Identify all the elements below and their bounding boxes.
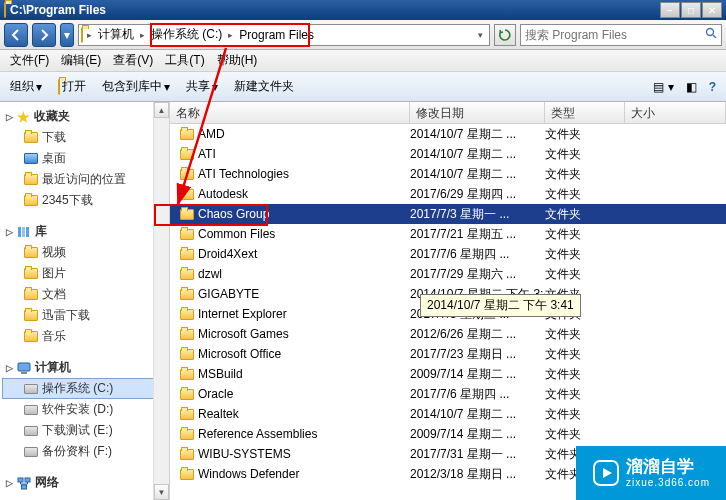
chevron-right-icon[interactable]: ▸ bbox=[226, 30, 235, 40]
scroll-down-icon[interactable]: ▼ bbox=[154, 484, 169, 500]
file-name: Microsoft Office bbox=[198, 347, 281, 361]
network-label: 网络 bbox=[35, 474, 59, 491]
collapse-icon[interactable]: ▷ bbox=[6, 478, 13, 488]
file-name: Windows Defender bbox=[198, 467, 299, 481]
maximize-button[interactable]: □ bbox=[681, 2, 701, 18]
table-row[interactable]: Autodesk2017/6/29 星期四 ...文件夹 bbox=[170, 184, 726, 204]
table-row[interactable]: dzwl2017/7/29 星期六 ...文件夹 bbox=[170, 264, 726, 284]
help-button[interactable]: ? bbox=[705, 78, 720, 96]
history-dropdown[interactable]: ▾ bbox=[60, 23, 74, 47]
file-type: 文件夹 bbox=[545, 266, 625, 283]
sidebar-item-drive-f[interactable]: 备份资料 (F:) bbox=[2, 441, 167, 462]
table-row[interactable]: Microsoft Games2012/6/26 星期二 ...文件夹 bbox=[170, 324, 726, 344]
search-input[interactable] bbox=[525, 28, 705, 42]
search-box[interactable] bbox=[520, 24, 722, 46]
breadcrumb-folder[interactable]: Program Files bbox=[235, 25, 318, 45]
table-row[interactable]: Oracle2017/7/6 星期四 ...文件夹 bbox=[170, 384, 726, 404]
back-button[interactable] bbox=[4, 23, 28, 47]
table-row[interactable]: ATI2014/10/7 星期二 ...文件夹 bbox=[170, 144, 726, 164]
table-row[interactable]: MSBuild2009/7/14 星期二 ...文件夹 bbox=[170, 364, 726, 384]
sidebar-computer-header[interactable]: ▷ 计算机 bbox=[2, 357, 167, 378]
drive-icon bbox=[24, 405, 38, 415]
column-date[interactable]: 修改日期 bbox=[410, 102, 545, 123]
address-dropdown-icon[interactable]: ▾ bbox=[472, 30, 489, 40]
sidebar-item-music[interactable]: 音乐 bbox=[2, 326, 167, 347]
menu-view[interactable]: 查看(V) bbox=[107, 52, 159, 69]
file-date: 2014/10/7 星期二 ... bbox=[410, 406, 545, 423]
file-list[interactable]: AMD2014/10/7 星期二 ...文件夹ATI2014/10/7 星期二 … bbox=[170, 124, 726, 500]
file-type: 文件夹 bbox=[545, 146, 625, 163]
table-row[interactable]: ATI Technologies2014/10/7 星期二 ...文件夹 bbox=[170, 164, 726, 184]
table-row[interactable]: Realtek2014/10/7 星期二 ...文件夹 bbox=[170, 404, 726, 424]
file-name: MSBuild bbox=[198, 367, 243, 381]
sidebar-favorites-header[interactable]: ▷ ★ 收藏夹 bbox=[2, 106, 167, 127]
sidebar-item-drive-d[interactable]: 软件安装 (D:) bbox=[2, 399, 167, 420]
file-date: 2009/7/14 星期二 ... bbox=[410, 366, 545, 383]
sidebar-item-desktop[interactable]: 桌面 bbox=[2, 148, 167, 169]
file-date: 2014/10/7 星期二 ... bbox=[410, 146, 545, 163]
preview-pane-button[interactable]: ◧ bbox=[682, 78, 701, 96]
file-name: Autodesk bbox=[198, 187, 248, 201]
menu-tools[interactable]: 工具(T) bbox=[159, 52, 210, 69]
folder-icon bbox=[180, 309, 194, 320]
table-row[interactable]: Reference Assemblies2009/7/14 星期二 ...文件夹 bbox=[170, 424, 726, 444]
window-title: C:\Program Files bbox=[10, 3, 660, 17]
forward-button[interactable] bbox=[32, 23, 56, 47]
breadcrumb-drive[interactable]: 操作系统 (C:) bbox=[147, 25, 226, 45]
column-size[interactable]: 大小 bbox=[625, 102, 726, 123]
collapse-icon[interactable]: ▷ bbox=[6, 227, 13, 237]
organize-button[interactable]: 组织 ▾ bbox=[6, 76, 46, 97]
table-row[interactable]: Droid4Xext2017/7/6 星期四 ...文件夹 bbox=[170, 244, 726, 264]
star-icon: ★ bbox=[17, 109, 30, 125]
open-button[interactable]: 打开 bbox=[54, 76, 90, 97]
sidebar-item-xunlei[interactable]: 迅雷下载 bbox=[2, 305, 167, 326]
sidebar-item-2345[interactable]: 2345下载 bbox=[2, 190, 167, 211]
newfolder-button[interactable]: 新建文件夹 bbox=[230, 76, 298, 97]
close-button[interactable]: ✕ bbox=[702, 2, 722, 18]
breadcrumb-computer[interactable]: 计算机 bbox=[94, 25, 138, 45]
file-type: 文件夹 bbox=[545, 226, 625, 243]
folder-icon bbox=[24, 310, 38, 321]
folder-icon bbox=[180, 329, 194, 340]
address-bar[interactable]: ▸ 计算机 ▸ 操作系统 (C:) ▸ Program Files ▾ bbox=[78, 24, 490, 46]
scroll-up-icon[interactable]: ▲ bbox=[154, 102, 169, 118]
sidebar-item-drive-e[interactable]: 下载测试 (E:) bbox=[2, 420, 167, 441]
sidebar-item-drive-c[interactable]: 操作系统 (C:) bbox=[2, 378, 167, 399]
menu-help[interactable]: 帮助(H) bbox=[211, 52, 264, 69]
column-type[interactable]: 类型 bbox=[545, 102, 625, 123]
search-icon bbox=[705, 27, 717, 42]
sidebar-item-videos[interactable]: 视频 bbox=[2, 242, 167, 263]
collapse-icon[interactable]: ▷ bbox=[6, 363, 13, 373]
sidebar-item-documents[interactable]: 文档 bbox=[2, 284, 167, 305]
folder-icon bbox=[24, 195, 38, 206]
column-name[interactable]: 名称 bbox=[170, 102, 410, 123]
chevron-right-icon[interactable]: ▸ bbox=[85, 30, 94, 40]
table-row[interactable]: AMD2014/10/7 星期二 ...文件夹 bbox=[170, 124, 726, 144]
folder-icon bbox=[180, 249, 194, 260]
sidebar-item-recent[interactable]: 最近访问的位置 bbox=[2, 169, 167, 190]
file-type: 文件夹 bbox=[545, 406, 625, 423]
table-row[interactable]: Common Files2017/7/21 星期五 ...文件夹 bbox=[170, 224, 726, 244]
refresh-button[interactable] bbox=[494, 24, 516, 46]
menu-file[interactable]: 文件(F) bbox=[4, 52, 55, 69]
sidebar-scrollbar[interactable]: ▲ ▼ bbox=[153, 102, 169, 500]
minimize-button[interactable]: − bbox=[660, 2, 680, 18]
collapse-icon[interactable]: ▷ bbox=[6, 112, 13, 122]
file-date: 2012/6/26 星期二 ... bbox=[410, 326, 545, 343]
sidebar-item-pictures[interactable]: 图片 bbox=[2, 263, 167, 284]
chevron-right-icon[interactable]: ▸ bbox=[138, 30, 147, 40]
view-mode-button[interactable]: ▤ ▾ bbox=[649, 78, 677, 96]
include-button[interactable]: 包含到库中 ▾ bbox=[98, 76, 174, 97]
sidebar-item-downloads[interactable]: 下载 bbox=[2, 127, 167, 148]
menu-edit[interactable]: 编辑(E) bbox=[55, 52, 107, 69]
sidebar-libraries-header[interactable]: ▷ 库 bbox=[2, 221, 167, 242]
table-row[interactable]: Chaos Group2017/7/3 星期一 ...文件夹 bbox=[170, 204, 726, 224]
file-type: 文件夹 bbox=[545, 166, 625, 183]
table-row[interactable]: Microsoft Office2017/7/23 星期日 ...文件夹 bbox=[170, 344, 726, 364]
videos-icon bbox=[24, 247, 38, 258]
folder-icon bbox=[180, 209, 194, 220]
drive-icon bbox=[24, 426, 38, 436]
share-button[interactable]: 共享 ▾ bbox=[182, 76, 222, 97]
file-date: 2017/7/31 星期一 ... bbox=[410, 446, 545, 463]
sidebar-network-header[interactable]: ▷ 网络 bbox=[2, 472, 167, 493]
